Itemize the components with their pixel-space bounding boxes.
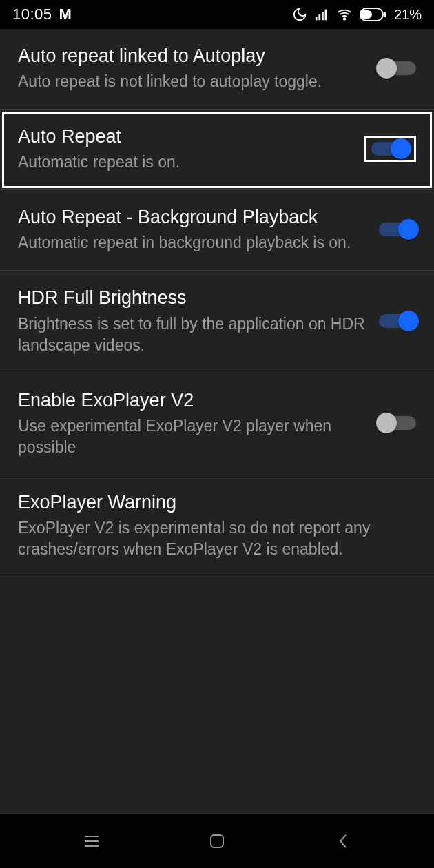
setting-title: Auto Repeat - Background Playback xyxy=(18,205,366,229)
dnd-moon-icon xyxy=(292,7,307,22)
setting-title: HDR Full Brightness xyxy=(18,286,366,310)
wifi-icon xyxy=(336,7,353,22)
setting-title: ExoPlayer Warning xyxy=(18,490,404,515)
svg-rect-2 xyxy=(322,12,324,20)
toggle-auto-repeat[interactable] xyxy=(371,142,409,156)
battery-percent: 21% xyxy=(394,7,422,23)
toggle-hdr-full-brightness[interactable] xyxy=(379,314,416,328)
toggle-auto-repeat-background[interactable] xyxy=(379,223,416,236)
nav-back-button[interactable] xyxy=(309,824,378,858)
setting-subtitle: Use experimental ExoPlayer V2 player whe… xyxy=(18,415,366,458)
navigation-bar xyxy=(0,814,434,868)
svg-rect-0 xyxy=(316,17,318,21)
toggle-auto-repeat-linked-autoplay[interactable] xyxy=(379,61,416,75)
setting-enable-exoplayer-v2[interactable]: Enable ExoPlayer V2 Use experimental Exo… xyxy=(0,373,434,475)
battery-icon xyxy=(360,8,387,21)
setting-subtitle: Automatic repeat in background playback … xyxy=(18,232,366,254)
status-time: 10:05 xyxy=(12,6,52,23)
toggle-enable-exoplayer-v2[interactable] xyxy=(379,416,416,430)
svg-rect-3 xyxy=(325,10,327,21)
svg-rect-1 xyxy=(318,14,320,20)
status-bar: 10:05 M 21% xyxy=(0,0,434,29)
settings-list: Auto repeat linked to Autoplay Auto repe… xyxy=(0,29,434,814)
setting-auto-repeat-linked-autoplay[interactable]: Auto repeat linked to Autoplay Auto repe… xyxy=(0,29,434,110)
svg-rect-6 xyxy=(384,12,386,17)
setting-subtitle: Brightness is set to full by the applica… xyxy=(18,313,366,356)
setting-auto-repeat-background[interactable]: Auto Repeat - Background Playback Automa… xyxy=(0,190,434,271)
setting-subtitle: Auto repeat is not linked to autoplay to… xyxy=(18,71,366,92)
nav-home-button[interactable] xyxy=(183,824,251,858)
svg-rect-10 xyxy=(211,835,223,847)
setting-title: Auto Repeat xyxy=(18,125,351,149)
setting-subtitle: Automatic repeat is on. xyxy=(18,152,351,173)
carrier-icon: M xyxy=(59,6,72,23)
setting-title: Auto repeat linked to Autoplay xyxy=(18,44,366,68)
signal-icon xyxy=(314,7,329,22)
nav-recent-button[interactable] xyxy=(57,824,126,858)
setting-hdr-full-brightness[interactable]: HDR Full Brightness Brightness is set to… xyxy=(0,271,434,373)
setting-exoplayer-warning: ExoPlayer Warning ExoPlayer V2 is experi… xyxy=(0,475,434,577)
setting-title: Enable ExoPlayer V2 xyxy=(18,389,366,413)
svg-point-4 xyxy=(344,18,346,20)
setting-subtitle: ExoPlayer V2 is experimental so do not r… xyxy=(18,517,404,560)
setting-auto-repeat[interactable]: Auto Repeat Automatic repeat is on. xyxy=(0,110,434,190)
